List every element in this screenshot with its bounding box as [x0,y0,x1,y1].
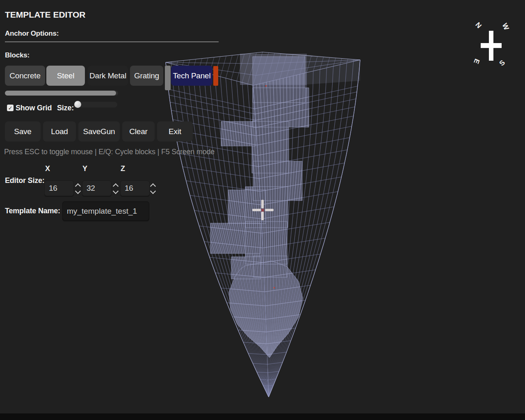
save-button[interactable]: Save [5,121,41,142]
block-button-concrete[interactable]: Concrete [5,66,45,86]
block-button-tech-panel[interactable]: Tech Panel [171,66,212,86]
help-text: Press ESC to toggle mouse | E/Q: Cycle b… [4,148,215,156]
block-color-indicator [213,66,218,86]
editor-size-x-field[interactable]: 16 [44,180,74,196]
compass-cross-icon [481,43,502,48]
template-name-label: Template Name: [5,207,60,215]
block-button-dark-metal[interactable]: Dark Metal [88,66,128,86]
load-button[interactable]: Load [43,121,76,142]
show-grid-checkbox[interactable]: ✓ [7,105,14,111]
editor-size-z-field[interactable]: 16 [120,180,150,196]
blocks-label: Blocks: [5,51,30,59]
block-scrollbar-thumb[interactable] [5,91,116,96]
block-button-grating[interactable]: Grating [130,66,163,86]
template-editor-screen: TEMPLATE EDITOR Anchor Options: Blocks: … [0,0,525,420]
show-grid-label: Show Grid [16,104,52,112]
block-button-steel[interactable]: Steel [46,66,85,86]
anchor-options-label: Anchor Options: [5,30,59,38]
clear-button[interactable]: Clear [122,121,155,142]
page-title: TEMPLATE EDITOR [5,10,85,20]
size-label: Size: [57,104,74,112]
editor-size-label: Editor Size: [5,176,45,185]
z-axis-label: Z [121,164,125,173]
divider [5,41,219,42]
template-name-input[interactable] [62,201,149,221]
savegun-button[interactable]: SaveGun [78,121,120,142]
size-slider-knob[interactable] [74,101,81,108]
exit-button[interactable]: Exit [157,121,193,142]
bottom-bar [0,413,525,420]
y-axis-label: Y [82,164,87,173]
x-axis-label: X [45,164,50,173]
block-button-partial[interactable] [165,66,171,90]
editor-size-y-field[interactable]: 32 [82,180,112,196]
